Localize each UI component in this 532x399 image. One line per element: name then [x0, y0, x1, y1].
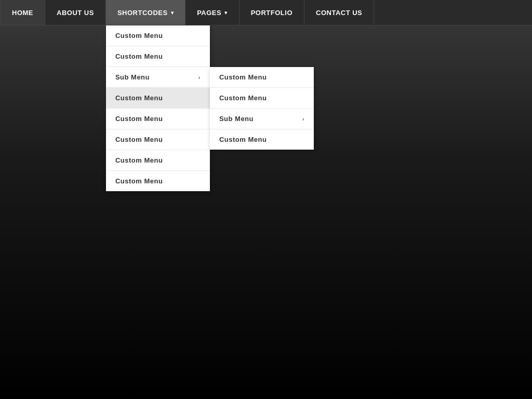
nav-item-portfolio[interactable]: PORTFOLIO: [240, 0, 304, 25]
sub-dropdown-item-cm3[interactable]: Custom Menu: [210, 129, 314, 150]
dropdown-label-cm3: Custom Menu: [115, 94, 163, 102]
dropdown-item-cm2[interactable]: Custom Menu: [106, 46, 210, 67]
dropdown-label-cm2: Custom Menu: [115, 52, 163, 60]
sub-dropdown-label-cm1: Custom Menu: [219, 73, 267, 81]
dropdown-item-cm6[interactable]: Custom Menu: [106, 150, 210, 171]
submenu-arrow-icon: ›: [198, 74, 201, 81]
nav-label-about: ABOUT US: [57, 9, 94, 17]
dropdown-item-cm5[interactable]: Custom Menu: [106, 129, 210, 150]
sub-dropdown-item-cm2[interactable]: Custom Menu: [210, 88, 314, 109]
dropdown-label-cm5: Custom Menu: [115, 136, 163, 143]
sub-dropdown-label-cm3: Custom Menu: [219, 136, 267, 143]
nav-item-pages[interactable]: PAGES ▾: [185, 0, 240, 25]
dropdown-item-cm3[interactable]: Custom Menu: [106, 88, 210, 109]
nav-item-about[interactable]: ABOUT US: [45, 0, 106, 25]
nav-label-portfolio: PORTFOLIO: [251, 9, 292, 17]
dropdown-item-cm7[interactable]: Custom Menu: [106, 171, 210, 191]
sub-dropdown-item-submenu[interactable]: Sub Menu ›: [210, 109, 314, 129]
nav-label-pages: PAGES: [197, 9, 221, 17]
sub-dropdown: Custom Menu Custom Menu Sub Menu › Custo…: [210, 67, 314, 150]
dropdown-label-cm6: Custom Menu: [115, 156, 163, 164]
nav-label-shortcodes: SHORTCODES: [117, 9, 168, 17]
sub-submenu-arrow-icon: ›: [302, 116, 304, 122]
nav-label-contact: CONTACT US: [316, 9, 362, 17]
nav-label-home: HOME: [12, 9, 33, 17]
dropdown-label-cm7: Custom Menu: [115, 177, 163, 185]
nav-item-shortcodes[interactable]: SHORTCODES ▾ Custom Menu Custom Menu Sub…: [106, 0, 185, 25]
shortcodes-dropdown-arrow: ▾: [171, 10, 174, 16]
navbar: HOME ABOUT US SHORTCODES ▾ Custom Menu C…: [0, 0, 532, 25]
dropdown-label-cm1: Custom Menu: [115, 32, 163, 39]
nav-item-home[interactable]: HOME: [0, 0, 45, 25]
sub-dropdown-label-cm2: Custom Menu: [219, 94, 267, 102]
dropdown-item-cm1[interactable]: Custom Menu: [106, 25, 210, 46]
pages-dropdown-arrow: ▾: [224, 10, 228, 16]
nav-item-contact[interactable]: CONTACT US: [304, 0, 374, 25]
sub-dropdown-item-cm1[interactable]: Custom Menu: [210, 67, 314, 88]
sub-dropdown-label-submenu: Sub Menu: [219, 115, 254, 123]
dropdown-item-submenu[interactable]: Sub Menu › Custom Menu Custom Menu Sub M…: [106, 67, 210, 88]
dropdown-item-cm4[interactable]: Custom Menu: [106, 109, 210, 129]
dropdown-label-submenu: Sub Menu: [115, 73, 150, 81]
shortcodes-dropdown: Custom Menu Custom Menu Sub Menu › Custo…: [106, 25, 210, 191]
dropdown-label-cm4: Custom Menu: [115, 115, 163, 123]
